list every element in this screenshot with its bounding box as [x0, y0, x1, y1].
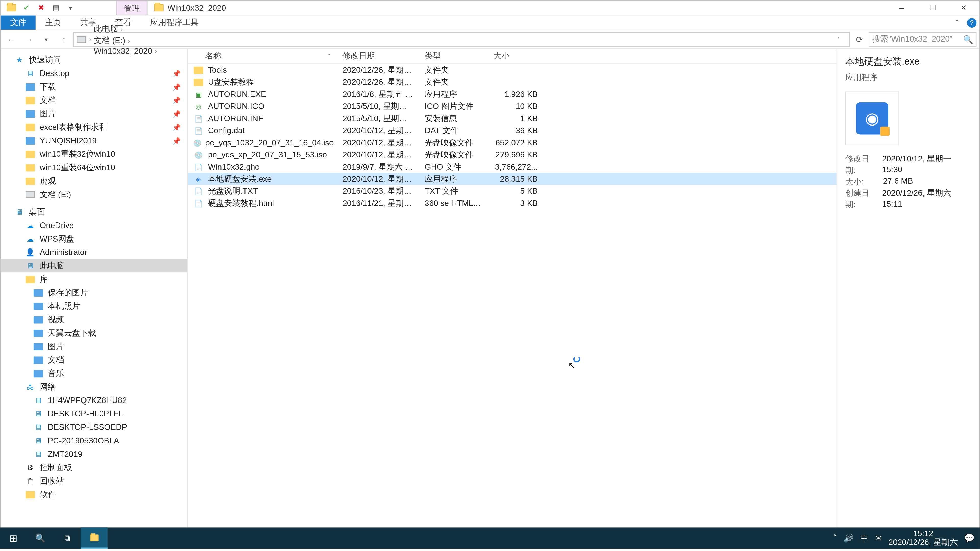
nav-desktop-item[interactable]: ☁OneDrive: [1, 219, 187, 232]
column-date[interactable]: 修改日期: [337, 49, 419, 63]
breadcrumb-segment[interactable]: 此电脑›: [94, 23, 157, 35]
nav-back-button[interactable]: ←: [3, 32, 19, 48]
quick-access-toolbar: ✔ ✖ ▤ ▾: [1, 2, 76, 13]
ribbon-collapse-icon[interactable]: ˄: [950, 16, 964, 30]
nav-net-item[interactable]: 🖥1H4WPFQ7KZ8HU82: [1, 394, 187, 407]
breadcrumb-sep-root[interactable]: ›: [89, 36, 91, 43]
nav-qa-item[interactable]: 文档📌: [1, 94, 187, 107]
file-size: 1,926 KB: [488, 89, 543, 99]
nav-lib-item[interactable]: 图片: [1, 340, 187, 353]
nav-item-label: 快速访问: [29, 54, 61, 65]
file-row[interactable]: 📄AUTORUN.INF2015/5/10, 星期日 02...安装信息1 KB: [188, 112, 837, 124]
nav-qa-item[interactable]: 虎观: [1, 174, 187, 188]
tray-volume-icon[interactable]: 🔊: [843, 534, 854, 543]
nav-quick-access[interactable]: ★快速访问: [1, 53, 187, 67]
nav-desktop-item[interactable]: 👤Administrator: [1, 246, 187, 259]
nav-qa-item[interactable]: win10重装32位win10: [1, 148, 187, 161]
file-row[interactable]: 💿pe_yqs_xp_20_07_31_15_53.iso2020/10/12,…: [188, 149, 837, 161]
nav-this-pc[interactable]: 🖥此电脑: [1, 259, 187, 272]
file-size: 3,766,272...: [488, 162, 543, 171]
nav-lib-item[interactable]: 本机照片: [1, 299, 187, 313]
tab-file[interactable]: 文件: [1, 16, 36, 30]
minimize-button[interactable]: ─: [886, 0, 917, 15]
file-icon: 📄: [193, 113, 204, 124]
nav-qa-item[interactable]: YUNQISHI2019📌: [1, 134, 187, 148]
nav-qa-item[interactable]: 文档 (E:): [1, 188, 187, 201]
file-size: 28,315 KB: [488, 174, 543, 184]
file-row[interactable]: 📄硬盘安装教程.html2016/11/21, 星期一 2...360 se H…: [188, 197, 837, 209]
nav-control-panel[interactable]: ⚙控制面板: [1, 461, 187, 474]
file-date: 2016/1/8, 星期五 04:...: [337, 89, 419, 100]
breadcrumb-segment[interactable]: 文档 (E:)›: [94, 35, 157, 46]
address-bar[interactable]: › 此电脑›文档 (E:)›Win10x32_2020› ˅: [73, 32, 850, 47]
navigation-pane[interactable]: ★快速访问🖥Desktop📌下载📌文档📌图片📌excel表格制作求和📌YUNQI…: [1, 49, 188, 534]
qat-dropdown-icon[interactable]: ▾: [65, 2, 76, 13]
taskbar-search-button[interactable]: 🔍: [27, 527, 54, 549]
address-dropdown-icon[interactable]: ˅: [830, 36, 846, 43]
file-row[interactable]: U盘安装教程2020/12/26, 星期六 1...文件夹: [188, 76, 837, 88]
nav-qa-item[interactable]: 下载📌: [1, 80, 187, 94]
nav-qa-item[interactable]: 🖥Desktop📌: [1, 67, 187, 80]
start-button[interactable]: ⊞: [0, 527, 27, 549]
file-size: 652,072 KB: [488, 138, 543, 148]
file-row[interactable]: ▣AUTORUN.EXE2016/1/8, 星期五 04:...应用程序1,92…: [188, 88, 837, 100]
qat-check-icon[interactable]: ✔: [21, 2, 32, 13]
qat-save-icon[interactable]: ▤: [51, 2, 61, 13]
tray-chevron-icon[interactable]: ˄: [833, 534, 837, 543]
nav-net-item[interactable]: 🖥DESKTOP-LSSOEDP: [1, 421, 187, 434]
tray-ime-indicator[interactable]: 中: [860, 532, 869, 544]
nav-net-item[interactable]: 🖥DESKTOP-HL0PLFL: [1, 407, 187, 421]
file-row[interactable]: 📄Config.dat2020/10/12, 星期一 1...DAT 文件36 …: [188, 124, 837, 137]
nav-libraries[interactable]: 库: [1, 272, 187, 286]
nav-qa-item[interactable]: 图片📌: [1, 107, 187, 121]
nav-item-label: win10重装32位win10: [40, 148, 115, 160]
nav-lib-item[interactable]: 文档: [1, 353, 187, 367]
nav-software[interactable]: 软件: [1, 488, 187, 501]
taskbar-date: 2020/12/26, 星期六: [889, 538, 958, 547]
file-row[interactable]: ◎AUTORUN.ICO2015/5/10, 星期日 02...ICO 图片文件…: [188, 100, 837, 112]
nav-lib-item[interactable]: 视频: [1, 313, 187, 326]
task-view-button[interactable]: ⧉: [54, 527, 81, 549]
action-center-icon[interactable]: 💬: [964, 534, 975, 543]
close-button[interactable]: ✕: [948, 0, 979, 15]
file-row[interactable]: 📄Win10x32.gho2019/9/7, 星期六 19:...GHO 文件3…: [188, 161, 837, 173]
nav-forward-button[interactable]: →: [21, 32, 37, 48]
nav-desktop[interactable]: 🖥桌面: [1, 205, 187, 219]
file-rows[interactable]: Tools2020/12/26, 星期六 1...文件夹U盘安装教程2020/1…: [188, 64, 837, 534]
nav-lib-item[interactable]: 音乐: [1, 367, 187, 380]
folder-icon: [25, 108, 36, 119]
nav-history-dropdown[interactable]: ▾: [38, 32, 54, 48]
taskbar-explorer[interactable]: [81, 527, 107, 549]
file-row[interactable]: 📄光盘说明.TXT2016/10/23, 星期日 0...TXT 文件5 KB: [188, 185, 837, 197]
file-row[interactable]: 💿pe_yqs_1032_20_07_31_16_04.iso2020/10/1…: [188, 137, 837, 148]
search-icon[interactable]: 🔍: [963, 35, 974, 44]
nav-qa-item[interactable]: excel表格制作求和📌: [1, 121, 187, 134]
nav-lib-item[interactable]: 保存的图片: [1, 286, 187, 300]
column-name[interactable]: 名称˄: [188, 49, 337, 63]
file-date: 2020/12/26, 星期六 1...: [337, 76, 419, 88]
file-row[interactable]: ◈本地硬盘安装.exe2020/10/12, 星期一 1...应用程序28,31…: [188, 173, 837, 185]
nav-recycle[interactable]: 🗑回收站: [1, 474, 187, 488]
nav-net-item[interactable]: 🖥ZMT2019: [1, 448, 187, 461]
nav-item-label: ZMT2019: [48, 449, 82, 459]
search-box[interactable]: 搜索"Win10x32_2020" 🔍: [869, 32, 977, 47]
nav-item-label: 音乐: [48, 368, 64, 379]
nav-up-button[interactable]: ↑: [56, 32, 72, 48]
nav-net-item[interactable]: 🖥PC-20190530OBLA: [1, 434, 187, 448]
nav-desktop-item[interactable]: ☁WPS网盘: [1, 232, 187, 246]
nav-network[interactable]: 🖧网络: [1, 380, 187, 394]
tray-message-icon[interactable]: ✉: [875, 534, 882, 543]
tab-home[interactable]: 主页: [36, 16, 71, 30]
column-size[interactable]: 大小: [488, 49, 543, 63]
file-row[interactable]: Tools2020/12/26, 星期六 1...文件夹: [188, 64, 837, 76]
nav-lib-item[interactable]: 天翼云盘下载: [1, 326, 187, 340]
qat-close-icon[interactable]: ✖: [36, 2, 46, 13]
file-type: 文件夹: [419, 64, 488, 76]
column-type[interactable]: 类型: [419, 49, 488, 63]
nav-qa-item[interactable]: win10重装64位win10: [1, 161, 187, 174]
maximize-button[interactable]: ☐: [917, 0, 948, 15]
help-button[interactable]: ?: [964, 16, 979, 30]
context-tab-manage[interactable]: 管理: [116, 1, 147, 15]
taskbar-clock[interactable]: 15:12 2020/12/26, 星期六: [889, 529, 958, 547]
refresh-button[interactable]: ⟳: [851, 35, 867, 44]
